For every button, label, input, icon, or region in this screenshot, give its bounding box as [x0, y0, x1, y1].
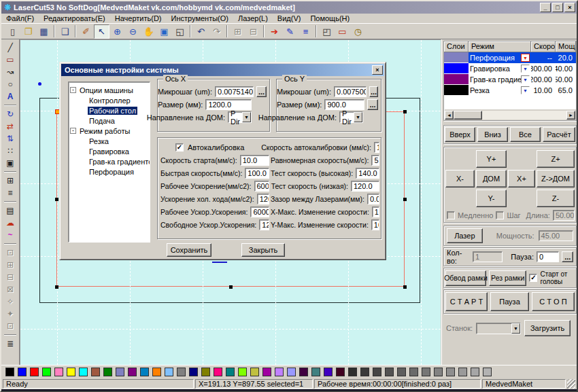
brush-icon[interactable]: ✐	[78, 24, 94, 39]
combo-arrow-icon[interactable]: ▼	[242, 112, 251, 122]
layers-column-header[interactable]: Моща	[556, 41, 576, 52]
zoom-in-icon[interactable]: ⊕	[109, 24, 125, 39]
palette-swatch-1[interactable]	[18, 368, 27, 376]
pause-field[interactable]: 0	[537, 251, 559, 262]
jog-home-button[interactable]: ДОМ	[476, 170, 507, 188]
selection-handle[interactable]	[229, 285, 233, 289]
palette-swatch-23[interactable]	[287, 368, 296, 376]
param-field[interactable]: 10.0	[371, 219, 379, 230]
param-field[interactable]: 10.0	[372, 207, 379, 217]
maximize-button[interactable]: □	[552, 3, 563, 12]
zoom-out-icon[interactable]: ⊖	[125, 24, 141, 39]
param-field[interactable]: 5.0	[371, 155, 379, 166]
palette-swatch-24[interactable]	[299, 368, 308, 376]
layer-list-icon[interactable]: ≡	[298, 24, 313, 39]
param-field[interactable]: 120.0	[351, 181, 379, 192]
polyline-tool-icon[interactable]: ↝	[3, 66, 18, 78]
undo-icon[interactable]: ↶	[193, 24, 209, 39]
layer-speed-cell[interactable]: --	[531, 52, 556, 63]
start-button[interactable]: С Т А Р Т	[445, 292, 488, 311]
palette-swatch-14[interactable]	[177, 368, 186, 376]
palette-swatch-5[interactable]	[67, 368, 75, 376]
selection-handle[interactable]	[403, 285, 407, 289]
save-button[interactable]: Сохранить	[167, 243, 211, 257]
jog-x-minus-button[interactable]: X-	[445, 170, 475, 188]
palette-swatch-4[interactable]	[54, 368, 63, 376]
layer-row[interactable]: Гравировка▼300.0040.00	[444, 63, 576, 74]
layers-column-header[interactable]: Слои	[444, 41, 469, 52]
layer-color-swatch[interactable]	[444, 85, 469, 96]
layer-speed-cell[interactable]: 10.00	[531, 85, 556, 96]
menu-tools[interactable]: Инструменты(O)	[167, 14, 233, 23]
layer-color-swatch[interactable]	[444, 63, 469, 74]
pan-icon[interactable]: ✋	[141, 24, 156, 39]
menu-draw[interactable]: Начертить(D)	[110, 14, 167, 23]
pause-more-button[interactable]: ...	[562, 251, 573, 262]
param-field[interactable]: 12000.0	[259, 219, 269, 230]
jog-z-minus-button[interactable]: Z-	[537, 190, 575, 207]
tree-expander[interactable]: -	[70, 128, 76, 134]
dialog-close-button2[interactable]: Закрыть	[241, 243, 285, 257]
layer-speed-cell[interactable]: 300.00	[531, 63, 556, 74]
palette-swatch-18[interactable]	[226, 368, 235, 376]
resize-grip[interactable]	[567, 379, 575, 389]
palette-swatch-11[interactable]	[140, 368, 149, 376]
close-button[interactable]: ×	[564, 3, 575, 12]
cut-frame-button[interactable]: Рез рамки	[489, 270, 526, 286]
layer-power-cell[interactable]: 65.0	[556, 85, 576, 96]
jog-z-home-button[interactable]: Z->ДОМ	[537, 170, 575, 188]
menu-laser[interactable]: Лазер(L)	[233, 14, 273, 23]
layer-mode-cell[interactable]: Грав-ка градиентом▼	[469, 74, 531, 85]
scroll-right-button[interactable]: ►	[566, 111, 575, 120]
palette-swatch-20[interactable]	[250, 368, 259, 376]
minimize-button[interactable]: _	[540, 3, 551, 12]
jog-y-plus-button[interactable]: Y+	[476, 150, 507, 168]
layer-up-button[interactable]: Вверх	[445, 127, 475, 142]
menu-view[interactable]: Вид(V)	[273, 14, 306, 23]
axis-x-microstep-more-button[interactable]: ...	[256, 86, 267, 97]
layer-power-cell[interactable]: 40.00	[556, 63, 576, 74]
tree-item-режим-работы[interactable]: Режим работы	[78, 127, 131, 135]
palette-swatch-25[interactable]	[311, 368, 320, 376]
array-copy-icon[interactable]: ⊞	[3, 175, 18, 187]
axis-x-direction-combo[interactable]: P Dir▼	[228, 111, 252, 123]
palette-swatch-37[interactable]	[458, 368, 467, 376]
palette-swatch-16[interactable]	[201, 368, 210, 376]
palette-swatch-28[interactable]	[348, 368, 357, 376]
palette-swatch-32[interactable]	[397, 368, 406, 376]
slow-checkbox[interactable]	[447, 211, 455, 219]
param-field[interactable]: 10.0	[240, 155, 269, 166]
new-file-icon[interactable]: ▯	[5, 24, 20, 39]
tree-item-перфорация[interactable]: Перфорация	[88, 168, 135, 176]
palette-swatch-36[interactable]	[446, 368, 455, 376]
run-pause-button[interactable]: Пауза	[490, 292, 529, 311]
axis-x-microstep-field[interactable]: 0.0075140000	[215, 86, 254, 97]
hatch-lines-icon[interactable]: ≡	[3, 187, 18, 199]
layers-hscrollbar[interactable]: ◄ ►	[445, 111, 575, 120]
axis-y-direction-combo[interactable]: P Dir▼	[339, 111, 363, 123]
settings-tree[interactable]: -Опции машиныКонтроллерРабочий столПодач…	[68, 82, 150, 243]
autocalibration-checkbox[interactable]	[175, 143, 184, 152]
palette-swatch-0[interactable]	[5, 368, 14, 376]
axis-y-size-field[interactable]: 900.0	[324, 99, 364, 110]
palette-swatch-13[interactable]	[165, 368, 173, 376]
weld-icon[interactable]: ☁	[3, 217, 18, 229]
param-field[interactable]: 600.0	[254, 181, 270, 192]
time-estimate-icon[interactable]: ◷	[350, 24, 366, 39]
layer-color-swatch[interactable]	[444, 52, 469, 63]
layer-row[interactable]: Грав-ка градиентом▼200.0050.00	[444, 74, 576, 85]
palette-swatch-31[interactable]	[385, 368, 394, 376]
combo-arrow-icon[interactable]: ▼	[354, 112, 362, 122]
palette-swatch-29[interactable]	[360, 368, 369, 376]
align-icon[interactable]: ▣	[3, 157, 18, 169]
layer-power-cell[interactable]: 20.0	[556, 52, 576, 63]
axis-y-size-more-button[interactable]: ...	[367, 99, 378, 110]
tree-item-грав-ка-градиентом[interactable]: Грав-ка градиентом	[88, 158, 150, 166]
param-field[interactable]: 100.0	[245, 168, 269, 179]
palette-swatch-2[interactable]	[30, 368, 39, 376]
preview-icon[interactable]: ◰	[319, 24, 335, 39]
ellipse-tool-icon[interactable]: ○	[3, 78, 18, 90]
palette-swatch-34[interactable]	[422, 368, 430, 376]
fill-hatch-icon[interactable]: ▤	[3, 204, 18, 217]
text-tool-icon[interactable]: A	[3, 90, 18, 103]
